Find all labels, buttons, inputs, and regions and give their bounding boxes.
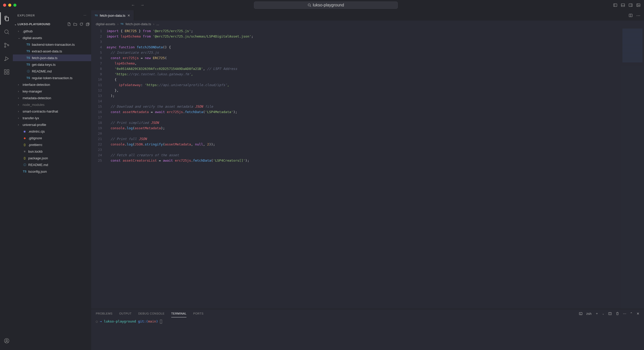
tree-file[interactable]: TSfetch-json-data.ts [13, 54, 91, 61]
tree-file[interactable]: ⓘREADME.md [13, 68, 91, 75]
accounts-activity-icon[interactable] [0, 335, 13, 347]
layout-primary-sidebar-icon[interactable] [613, 3, 618, 8]
panel-tab-terminal[interactable]: TERMINAL [171, 310, 187, 317]
tree-folder[interactable]: ⌄digital-assets [13, 34, 91, 41]
svg-rect-6 [629, 4, 632, 7]
tree-file[interactable]: TSget-data-keys.ts [13, 61, 91, 68]
nav-back-icon[interactable]: ← [130, 2, 136, 8]
new-folder-icon[interactable] [73, 22, 77, 26]
tree-item-label: .github [23, 29, 33, 33]
panel-tab-output[interactable]: OUTPUT [119, 310, 131, 317]
svg-point-11 [5, 30, 8, 33]
maximize-panel-icon[interactable]: ⌃ [630, 312, 633, 316]
minimap[interactable] [621, 27, 644, 309]
breadcrumb-file[interactable]: fetch-json-data.ts [126, 22, 151, 26]
tree-folder[interactable]: ›node_modules [13, 101, 91, 108]
svg-line-1 [310, 6, 311, 7]
close-window-button[interactable] [3, 4, 6, 7]
extensions-activity-icon[interactable] [0, 66, 13, 78]
tree-item-label: metadata-detection [23, 96, 51, 100]
svg-rect-21 [7, 70, 9, 71]
editor-more-icon[interactable]: ⋯ [636, 13, 640, 18]
split-terminal-icon[interactable] [608, 312, 612, 316]
typescript-icon: TS [120, 23, 124, 25]
tree-folder[interactable]: ›smart-contracts-hardhat [13, 108, 91, 115]
maximize-window-button[interactable] [13, 4, 16, 7]
line-number-gutter: 1234567891011121314151617181920212223242… [91, 27, 107, 309]
new-file-icon[interactable] [67, 22, 71, 26]
tree-item-label: regular-token-transaction.ts [32, 76, 72, 80]
terminal-profile-icon[interactable] [579, 312, 583, 316]
new-terminal-icon[interactable]: ＋ [595, 311, 599, 316]
tree-item-label: README.md [28, 163, 48, 167]
source-control-activity-icon[interactable] [0, 39, 13, 51]
terminal-shell-label[interactable]: zsh [586, 312, 591, 316]
tree-item-label: fetch-json-data.ts [32, 56, 58, 60]
tree-item-label: .eslintrc.cjs [28, 130, 45, 133]
tree-item-label: README.md [32, 69, 52, 73]
tree-item-label: smart-contracts-hardhat [23, 109, 58, 113]
tree-item-label: universal-profile [23, 123, 46, 127]
tree-item-label: bun.lockb [28, 150, 43, 153]
bottom-panel: PROBLEMS OUTPUT DEBUG CONSOLE TERMINAL P… [91, 309, 644, 350]
editor-tab[interactable]: TS fetch-json-data.ts ✕ [91, 10, 134, 21]
editor-tab-bar: TS fetch-json-data.ts ✕ ⋯ [91, 10, 644, 21]
minimize-window-button[interactable] [8, 4, 11, 7]
terminal-body[interactable]: ○ → lukso-playground git:(main) [91, 318, 644, 350]
collapse-all-icon[interactable] [86, 22, 90, 26]
breadcrumb-folder[interactable]: digital-assets [96, 22, 115, 26]
panel-tab-debug-console[interactable]: DEBUG CONSOLE [138, 310, 164, 317]
explorer-activity-icon[interactable] [0, 12, 13, 25]
search-activity-icon[interactable] [0, 26, 13, 38]
titlebar: ← → lukso-playground [0, 0, 644, 10]
chevron-right-icon: › [117, 22, 118, 26]
explorer-folder-header[interactable]: ⌄ LUKSO-PLAYGROUND [13, 21, 91, 28]
svg-rect-8 [637, 4, 640, 7]
svg-rect-20 [7, 72, 9, 74]
breadcrumb[interactable]: digital-assets › TS fetch-json-data.ts ›… [91, 21, 644, 27]
tree-folder[interactable]: ›interface-detection [13, 81, 91, 88]
editor-area: TS fetch-json-data.ts ✕ ⋯ digital-assets… [91, 10, 644, 350]
kill-terminal-icon[interactable] [615, 312, 619, 316]
tree-folder[interactable]: ›universal-profile [13, 121, 91, 128]
panel-tab-problems[interactable]: PROBLEMS [96, 310, 112, 317]
tree-folder[interactable]: ›.github [13, 28, 91, 34]
tree-file[interactable]: TSextract-asset-data.ts [13, 48, 91, 54]
tree-item-label: .prettierrc [28, 143, 42, 147]
chevron-right-icon: › [153, 22, 154, 26]
close-tab-icon[interactable]: ✕ [127, 14, 130, 17]
tree-folder[interactable]: ›transfer-lyx [13, 115, 91, 121]
close-panel-icon[interactable]: ✕ [637, 312, 640, 316]
code-editor[interactable]: import { ERC725 } from '@erc725/erc725.j… [107, 27, 621, 309]
tree-file[interactable]: ≡bun.lockb [13, 148, 91, 155]
layout-secondary-sidebar-icon[interactable] [628, 3, 633, 8]
nav-forward-icon[interactable]: → [139, 2, 146, 8]
command-center-search[interactable]: lukso-playground [254, 2, 398, 9]
tree-file[interactable]: TSbackend-token-transaction.ts [13, 41, 91, 48]
tree-item-label: backend-token-transaction.ts [32, 43, 75, 47]
tree-file[interactable]: TStsconfig.json [13, 168, 91, 175]
tree-file[interactable]: ◆.gitignore [13, 135, 91, 141]
tree-file[interactable]: ⓘREADME.md [13, 161, 91, 168]
run-debug-activity-icon[interactable] [0, 52, 13, 65]
tree-file[interactable]: {}.prettierrc [13, 141, 91, 148]
sidebar-more-icon[interactable]: ⋯ [83, 14, 87, 17]
breadcrumb-symbol[interactable]: ... [156, 22, 159, 26]
tree-item-label: get-data-keys.ts [32, 63, 56, 67]
tree-file[interactable]: ◉.eslintrc.cjs [13, 128, 91, 135]
tree-item-label: package.json [28, 156, 48, 160]
tree-folder[interactable]: ›metadata-detection [13, 95, 91, 101]
panel-tab-ports[interactable]: PORTS [193, 310, 203, 317]
panel-more-icon[interactable]: ⋯ [623, 312, 627, 316]
explorer-sidebar: EXPLORER ⋯ ⌄ LUKSO-PLAYGROUND ›.github⌄d… [13, 10, 91, 350]
tree-folder[interactable]: ›key-manager [13, 88, 91, 95]
tree-file[interactable]: TSregular-token-transaction.ts [13, 75, 91, 81]
terminal-dropdown-icon[interactable]: ⌄ [602, 312, 604, 315]
refresh-icon[interactable] [79, 22, 83, 26]
search-text: lukso-playground [313, 3, 344, 7]
tree-item-label: tsconfig.json [28, 170, 47, 173]
tree-file[interactable]: {}package.json [13, 155, 91, 161]
layout-customize-icon[interactable] [636, 3, 641, 8]
split-editor-icon[interactable] [629, 13, 633, 17]
layout-panel-icon[interactable] [620, 3, 626, 8]
